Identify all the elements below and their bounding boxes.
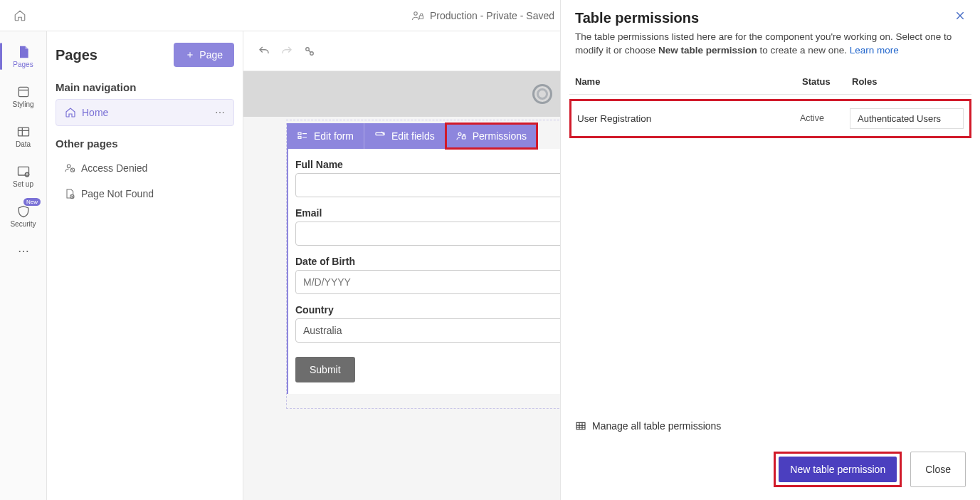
svg-rect-15 bbox=[462, 136, 465, 139]
table-header: Name Status Roles bbox=[569, 69, 971, 95]
svg-rect-16 bbox=[576, 422, 585, 429]
people-lock-icon bbox=[411, 9, 424, 22]
rail-label: Pages bbox=[13, 61, 33, 68]
form-icon bbox=[297, 130, 308, 142]
tab-label: Edit fields bbox=[391, 130, 435, 142]
svg-point-14 bbox=[458, 132, 461, 135]
rail-label: Security bbox=[10, 220, 36, 228]
rail-security[interactable]: New Security bbox=[0, 197, 46, 235]
table-row[interactable]: User Registration Active Authenticated U… bbox=[574, 103, 966, 135]
plus-icon: ＋ bbox=[185, 48, 195, 61]
panel-footer: New table permission Close bbox=[561, 442, 980, 500]
rail-data[interactable]: Data bbox=[0, 117, 46, 155]
environment-label: Production - Private - Saved bbox=[430, 10, 554, 21]
manage-label: Manage all table permissions bbox=[592, 420, 721, 432]
svg-rect-12 bbox=[298, 137, 301, 139]
close-panel-button[interactable] bbox=[954, 10, 966, 21]
rail-styling[interactable]: Styling bbox=[0, 77, 46, 115]
desc-suffix: to create a new one. bbox=[757, 45, 850, 56]
page-row-access-denied[interactable]: Access Denied bbox=[56, 155, 234, 181]
submit-button[interactable]: Submit bbox=[295, 357, 355, 382]
rail-pages[interactable]: Pages bbox=[0, 37, 46, 75]
page-label: Page Not Found bbox=[81, 188, 154, 199]
home-icon bbox=[14, 9, 26, 22]
new-badge: New bbox=[23, 198, 41, 206]
rail-more[interactable]: ⋯ bbox=[0, 236, 46, 265]
rail-setup[interactable]: Set up bbox=[0, 157, 46, 195]
ellipsis-icon[interactable]: ⋯ bbox=[215, 107, 225, 118]
page-row-not-found[interactable]: Page Not Found bbox=[56, 181, 234, 207]
country-value: Australia bbox=[303, 325, 342, 336]
tab-permissions[interactable]: Permissions bbox=[446, 123, 537, 149]
page-label: Home bbox=[82, 107, 108, 118]
fields-icon bbox=[374, 130, 386, 142]
table-permissions-panel: Table permissions The table permissions … bbox=[560, 0, 980, 500]
col-name-header: Name bbox=[575, 76, 802, 87]
panel-title: Table permissions bbox=[575, 10, 699, 26]
home-button[interactable] bbox=[9, 4, 31, 27]
tab-label: Permissions bbox=[473, 130, 527, 142]
svg-point-0 bbox=[414, 11, 418, 15]
svg-point-6 bbox=[67, 165, 70, 168]
rail-label: Data bbox=[16, 140, 31, 148]
svg-rect-11 bbox=[298, 132, 301, 135]
learn-more-link[interactable]: Learn more bbox=[850, 45, 899, 56]
svg-rect-4 bbox=[18, 167, 28, 175]
form-tabs: Edit form Edit fields Permissions bbox=[287, 123, 537, 149]
new-page-label: Page bbox=[199, 49, 223, 61]
data-icon bbox=[16, 125, 31, 139]
row-name: User Registration bbox=[577, 113, 800, 124]
other-pages-heading: Other pages bbox=[56, 137, 234, 150]
person-denied-icon bbox=[64, 162, 75, 174]
shield-icon bbox=[16, 204, 31, 219]
page-icon bbox=[16, 45, 31, 59]
svg-rect-3 bbox=[18, 127, 28, 136]
close-button[interactable]: Close bbox=[910, 452, 966, 487]
permissions-table: Name Status Roles User Registration Acti… bbox=[569, 69, 971, 138]
home-icon bbox=[65, 107, 76, 118]
highlighted-button: New table permission bbox=[774, 452, 902, 487]
page-row-home[interactable]: Home ⋯ bbox=[56, 99, 234, 126]
rail-label: Styling bbox=[12, 100, 33, 108]
setup-icon bbox=[16, 165, 31, 179]
tab-edit-form[interactable]: Edit form bbox=[287, 123, 364, 149]
svg-rect-2 bbox=[19, 87, 28, 96]
panel-description: The table permissions listed here are fo… bbox=[561, 26, 980, 69]
col-roles-header: Roles bbox=[852, 76, 966, 87]
tab-label: Edit form bbox=[314, 130, 354, 142]
tab-edit-fields[interactable]: Edit fields bbox=[364, 123, 446, 149]
row-roles: Authenticated Users bbox=[850, 108, 964, 129]
close-icon bbox=[954, 10, 966, 21]
col-status-header: Status bbox=[802, 76, 852, 87]
undo-button[interactable] bbox=[258, 45, 270, 58]
new-table-permission-button[interactable]: New table permission bbox=[779, 457, 897, 482]
highlighted-row: User Registration Active Authenticated U… bbox=[569, 99, 971, 138]
styling-icon bbox=[16, 85, 31, 99]
desc-bold: New table permission bbox=[658, 45, 757, 56]
redo-button[interactable] bbox=[280, 45, 293, 58]
table-icon bbox=[575, 420, 586, 432]
row-status: Active bbox=[800, 113, 850, 123]
new-page-button[interactable]: ＋ Page bbox=[174, 43, 234, 67]
pages-panel: Pages ＋ Page Main navigation Home ⋯ Othe… bbox=[47, 31, 243, 500]
left-rail: Pages Styling Data Set up New Security ⋯ bbox=[0, 31, 47, 500]
main-nav-heading: Main navigation bbox=[56, 81, 234, 93]
link-button[interactable] bbox=[303, 45, 316, 58]
manage-all-link[interactable]: Manage all table permissions bbox=[575, 420, 721, 432]
company-logo-icon bbox=[532, 84, 552, 104]
pages-title: Pages bbox=[56, 47, 98, 63]
page-label: Access Denied bbox=[81, 162, 147, 174]
ellipsis-icon: ⋯ bbox=[18, 244, 29, 258]
svg-rect-1 bbox=[419, 16, 423, 19]
rail-label: Set up bbox=[13, 180, 33, 188]
permissions-icon bbox=[455, 130, 467, 142]
page-missing-icon bbox=[64, 188, 75, 199]
